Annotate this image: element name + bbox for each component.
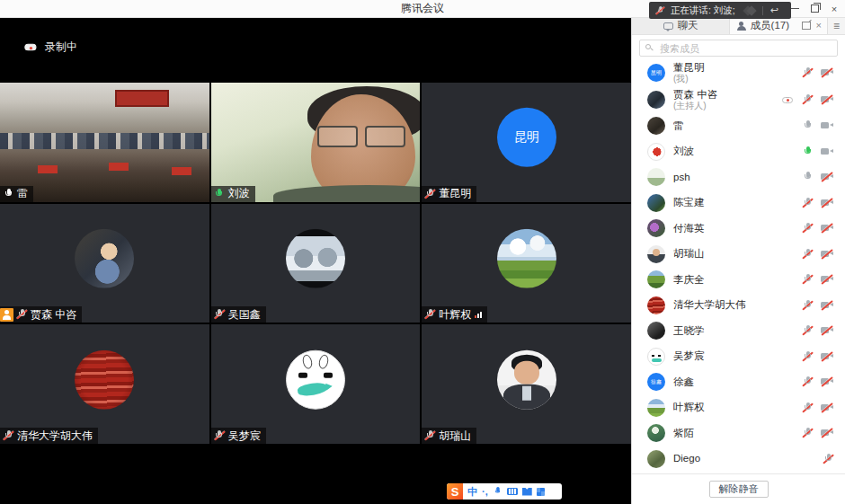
- member-name: 李庆全: [673, 274, 795, 286]
- camera-muted-icon[interactable]: [821, 403, 833, 412]
- speaking-indicator-bar: 正在讲话: 刘波; ↩: [649, 2, 791, 19]
- tab-chat[interactable]: 聊天: [632, 17, 730, 34]
- camera-muted-icon[interactable]: [821, 352, 833, 361]
- search-input[interactable]: [658, 42, 832, 55]
- video-tile-hudawei[interactable]: 清华大学胡大伟: [0, 324, 209, 444]
- camera-muted-icon[interactable]: [821, 95, 833, 104]
- video-tile-wumengchen[interactable]: 吴梦宸: [211, 324, 421, 444]
- popout-icon[interactable]: [802, 22, 811, 30]
- punctuation-icon[interactable]: ·,: [482, 487, 488, 497]
- member-name: 贾森 中咨: [673, 89, 774, 101]
- video-tile-wuguoxin[interactable]: 吴国鑫: [211, 204, 421, 323]
- member-name: 董昆明: [673, 62, 795, 74]
- member-row-chenbaojian[interactable]: 陈宝建: [632, 190, 845, 217]
- avatar: [497, 229, 556, 288]
- member-name: 王晓学: [673, 325, 795, 337]
- mic-muted-icon[interactable]: [803, 67, 813, 78]
- camera-muted-icon[interactable]: [821, 250, 833, 259]
- mic-muted-icon[interactable]: [803, 376, 813, 387]
- voice-input-icon[interactable]: [494, 487, 502, 496]
- member-row-diego[interactable]: Diego: [632, 447, 845, 473]
- avatar: [647, 143, 665, 161]
- member-row-fuhaiying[interactable]: 付海英: [632, 216, 845, 242]
- member-row-liubo[interactable]: 刘波: [632, 139, 845, 165]
- avatar: [647, 450, 665, 468]
- mic-muted-icon[interactable]: [803, 325, 813, 336]
- tab-members[interactable]: 成员(17): [730, 17, 796, 34]
- video-tile-yehuiquan[interactable]: 叶辉权: [422, 204, 631, 323]
- mic-speaking-icon: [215, 189, 225, 199]
- mic-muted-icon[interactable]: [803, 249, 813, 260]
- return-arrow-icon[interactable]: ↩: [770, 5, 778, 15]
- camera-on-icon[interactable]: [821, 121, 833, 130]
- video-tile-liubo[interactable]: 刘波: [211, 83, 421, 202]
- avatar: [497, 349, 556, 409]
- video-tile-lei[interactable]: 雷: [0, 83, 209, 202]
- mic-on-icon[interactable]: [803, 172, 813, 182]
- room-video: [0, 83, 209, 202]
- mic-muted-icon[interactable]: [803, 198, 813, 208]
- panel-close-icon[interactable]: ×: [816, 21, 822, 31]
- participant-name: 胡瑞山: [439, 429, 471, 444]
- unmute-button[interactable]: 解除静音: [709, 481, 769, 498]
- member-row-wumengchen[interactable]: 吴梦宸: [632, 344, 845, 370]
- toolbox-icon[interactable]: [537, 488, 545, 496]
- input-method-toolbar[interactable]: S 中 ·,: [447, 483, 562, 500]
- participant-name: 雷: [17, 186, 28, 201]
- camera-muted-icon[interactable]: [821, 199, 833, 208]
- recording-label: 录制中: [45, 40, 77, 55]
- camera-muted-icon[interactable]: [821, 172, 833, 181]
- camera-muted-icon[interactable]: [821, 326, 833, 335]
- members-icon: [737, 22, 746, 31]
- member-row-liqingquan[interactable]: 李庆全: [632, 267, 845, 293]
- member-row-lei[interactable]: 雷: [632, 113, 845, 139]
- video-tile-dongkunming[interactable]: 昆明 董昆明: [422, 83, 631, 202]
- sogou-logo-icon[interactable]: S: [447, 483, 463, 500]
- member-row-yehuiquan[interactable]: 叶辉权: [632, 395, 845, 421]
- camera-muted-icon[interactable]: [821, 224, 833, 233]
- member-row-xuxin[interactable]: 徐鑫 徐鑫: [632, 369, 845, 395]
- mic-on-icon[interactable]: [803, 120, 813, 131]
- recording-cloud-icon: [24, 43, 38, 52]
- member-row-hurushan[interactable]: 胡瑞山: [632, 242, 845, 268]
- participant-name: 董昆明: [439, 186, 471, 201]
- name-label: 董昆明: [422, 186, 476, 202]
- member-row-wangxiaoxue[interactable]: 王晓学: [632, 318, 845, 344]
- mic-muted-icon[interactable]: [803, 274, 813, 285]
- member-row-jiasen[interactable]: 贾森 中咨(主持人): [632, 86, 845, 113]
- avatar: [647, 348, 665, 366]
- chinese-mode-icon[interactable]: 中: [467, 487, 477, 497]
- member-row-hudawei[interactable]: 清华大学胡大伟: [632, 293, 845, 319]
- camera-muted-icon[interactable]: [821, 377, 833, 386]
- camera-muted-icon[interactable]: [821, 275, 833, 284]
- mic-muted-icon[interactable]: [803, 223, 813, 234]
- mic-muted-icon[interactable]: [803, 300, 813, 311]
- menu-icon[interactable]: ≡: [827, 17, 845, 34]
- video-tile-hurushan[interactable]: 胡瑞山: [422, 324, 631, 444]
- skin-icon[interactable]: [522, 488, 532, 496]
- mic-muted-icon[interactable]: [823, 454, 833, 464]
- keyboard-icon[interactable]: [507, 488, 518, 495]
- camera-muted-icon[interactable]: [821, 68, 833, 77]
- member-row-psh[interactable]: psh: [632, 164, 845, 190]
- video-tile-jiasen[interactable]: 贾森 中咨: [0, 204, 209, 323]
- avatar: [75, 349, 134, 409]
- member-role: (我): [673, 74, 795, 84]
- camera-muted-icon[interactable]: [821, 429, 833, 438]
- member-row-zimo[interactable]: 紫陌: [632, 420, 845, 447]
- camera-muted-icon[interactable]: [821, 301, 833, 310]
- restore-icon: [811, 4, 819, 13]
- member-list[interactable]: 昆明 董昆明(我) 贾森 中咨(主持人) 雷 刘波 psh 陈宝建: [632, 59, 845, 473]
- mic-muted-icon[interactable]: [803, 428, 813, 438]
- name-label: 胡瑞山: [422, 428, 476, 444]
- member-row-dongkunming[interactable]: 昆明 董昆明(我): [632, 59, 845, 86]
- mic-muted-icon[interactable]: [803, 351, 813, 362]
- avatar: [647, 270, 665, 288]
- restore-button[interactable]: [807, 2, 822, 16]
- camera-on-icon[interactable]: [821, 147, 833, 156]
- mic-muted-icon[interactable]: [803, 402, 813, 413]
- member-search[interactable]: [639, 40, 838, 57]
- close-button[interactable]: ×: [827, 2, 841, 16]
- mic-speaking-icon[interactable]: [803, 146, 813, 157]
- mic-muted-icon[interactable]: [803, 94, 813, 105]
